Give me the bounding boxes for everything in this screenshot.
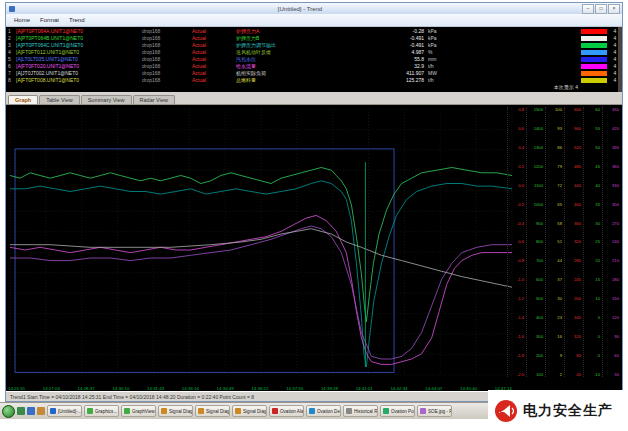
axis-tick-label: 35 <box>584 202 600 207</box>
taskbar-button[interactable]: Graphics... <box>84 405 119 417</box>
tab-radar-view[interactable]: Radar View <box>133 95 175 104</box>
taskbar-button[interactable]: Signal Diagr... <box>232 405 267 417</box>
legend-color-chip <box>581 36 607 41</box>
trend-chart[interactable]: 14:25:3114:27:0414:28:3714:30:1014:31:43… <box>6 105 622 391</box>
taskbar-button[interactable]: Ovation Po... <box>380 405 415 417</box>
taskbar-button-label: Ovation Ala... <box>280 409 304 414</box>
quick-launch-icon[interactable] <box>17 407 25 415</box>
taskbar-button[interactable]: Signal Diagr... <box>195 405 230 417</box>
taskbar-button[interactable]: SOE.jpg - P... <box>417 405 452 417</box>
axis-tick-label: 30 <box>584 221 600 226</box>
time-tick-label: 14:44:07 <box>425 386 442 391</box>
time-tick-label: 14:34:49 <box>217 386 234 391</box>
axis-tick-label: 93 <box>546 126 562 131</box>
axis-tick-label: 210 <box>603 258 619 263</box>
taskbar-button[interactable]: Historical R... <box>343 405 378 417</box>
axis-tick-label: 400 <box>565 202 581 207</box>
axis-tick-label: 0.4 <box>508 145 524 150</box>
table-scrollbar[interactable] <box>618 27 622 92</box>
menu-home[interactable]: Home <box>14 17 30 23</box>
time-tick-label: 14:31:43 <box>147 386 164 391</box>
value-axis: 0.80.60.40.20.0-0.2-0.4-0.6-0.8-1.0-1.2-… <box>507 107 525 377</box>
taskbar-button[interactable]: Ovation Ala... <box>269 405 304 417</box>
signal-unit: % <box>424 49 460 56</box>
time-tick-label: 14:33:16 <box>182 386 199 391</box>
axis-tick-label: 180 <box>603 277 619 282</box>
table-row[interactable]: 4[A]FT0FT012.UNIT1@NET0drop168Actual送风机动… <box>8 49 620 56</box>
time-tick-label: 14:30:10 <box>112 386 129 391</box>
menu-format[interactable]: Format <box>40 17 59 23</box>
signal-drop: drop168 <box>142 63 192 70</box>
time-tick-label: 14:25:31 <box>8 386 25 391</box>
close-button[interactable]: × <box>608 4 620 14</box>
title-bar[interactable]: [Untitled] - Trend – □ × <box>6 3 622 14</box>
value-axis: 10093867972655851443730231692 <box>545 107 563 377</box>
signal-drop: drop168 <box>142 56 192 63</box>
signal-drop: drop168 <box>142 70 192 77</box>
value-axis: 1500140013001200110010009008007006005004… <box>526 107 544 377</box>
table-row[interactable]: 5[A]LT0LT035.UNIT1@NET0drop168Actual汽包水位… <box>8 56 620 63</box>
minimize-button[interactable]: – <box>582 4 594 14</box>
axis-tick-label: 1300 <box>527 145 543 150</box>
axis-tick-label: 16 <box>546 334 562 339</box>
signal-type: Actual <box>192 63 236 70</box>
taskbar-button-label: Graphics... <box>95 409 117 414</box>
axis-tick-label: -1.4 <box>508 315 524 320</box>
table-row[interactable]: 8[A]FT0FT008.UNIT1@NET0drop168Actual总燃料量… <box>8 77 620 84</box>
time-tick-label: 14:27:04 <box>43 386 60 391</box>
megaphone-icon <box>494 399 518 423</box>
signal-value: 32.9 <box>364 63 424 70</box>
table-row[interactable]: 2[A]PT0PT064B.UNIT1@NET0drop168Actual炉膛压… <box>8 35 620 42</box>
axis-tick-label: 200 <box>527 353 543 358</box>
taskbar-app-icon <box>420 408 426 414</box>
signal-type: Actual <box>192 70 236 77</box>
taskbar-button-label: Signal Diagr... <box>243 409 267 414</box>
legend-color-chip <box>581 78 607 83</box>
signal-value: 125.278 <box>364 77 424 84</box>
row-index: 4 <box>8 49 16 56</box>
menu-bar: HomeFormatTrend <box>6 14 622 27</box>
signal-name: [A]FT0FT020.UNIT1@NET0 <box>16 63 142 70</box>
axis-tick-label: 900 <box>527 221 543 226</box>
taskbar-button-label: Ovation De... <box>317 409 341 414</box>
axis-tick-label: -0.8 <box>508 258 524 263</box>
quick-launch-icon[interactable] <box>27 407 35 415</box>
value-axis: 6005605204804404003603202802402001601208… <box>564 107 582 377</box>
legend-color-chip <box>581 64 607 69</box>
axis-tick-label: 280 <box>565 258 581 263</box>
axis-tick-label: 300 <box>527 334 543 339</box>
taskbar-button-label: Signal Diagr... <box>169 409 193 414</box>
row-index: 7 <box>8 70 16 77</box>
maximize-button[interactable]: □ <box>595 4 607 14</box>
taskbar-button[interactable]: Signal Diagr... <box>158 405 193 417</box>
table-row[interactable]: 1[A]PT0PT064A.UNIT1@NET0drop168Actual炉膛压… <box>8 28 620 35</box>
taskbar-button[interactable]: Ovation De... <box>306 405 341 417</box>
axis-tick-label: 1500 <box>527 107 543 112</box>
table-row[interactable]: 7[A]JT0JT002.UNIT1@NET0drop168Actual机组实际… <box>8 70 620 77</box>
taskbar-button[interactable]: GraphView <box>121 405 156 417</box>
signal-name: [A]LT0LT035.UNIT1@NET0 <box>16 56 142 63</box>
axis-tick-label: -0.4 <box>508 221 524 226</box>
signal-type: Actual <box>192 42 236 49</box>
menu-trend[interactable]: Trend <box>69 17 84 23</box>
axis-tick-label: 300 <box>603 202 619 207</box>
quick-launch-icon[interactable] <box>37 407 45 415</box>
taskbar-button-label: Signal Diagr... <box>206 409 230 414</box>
axis-tick-label: 9 <box>546 353 562 358</box>
axis-tick-label: 65 <box>546 202 562 207</box>
signal-type: Actual <box>192 49 236 56</box>
tab-summary-view[interactable]: Summary View <box>81 95 132 104</box>
table-row[interactable]: 3[A]PT0PT064C.UNIT1@NET0drop168Actual炉膛压… <box>8 42 620 49</box>
signal-type: Actual <box>192 28 236 35</box>
axis-tick-label: 1400 <box>527 126 543 131</box>
tab-table-view[interactable]: Table View <box>39 95 80 104</box>
axis-tick-label: -0.6 <box>508 239 524 244</box>
taskbar-button[interactable]: [Untitled]-... <box>47 405 82 417</box>
tab-graph[interactable]: Graph <box>8 95 38 104</box>
time-tick-label: 14:36:22 <box>251 386 268 391</box>
axis-tick-label: 45 <box>584 164 600 169</box>
start-button[interactable] <box>2 405 15 418</box>
axis-tick-label: -1.2 <box>508 296 524 301</box>
table-row[interactable]: 6[A]FT0FT020.UNIT1@NET0drop168Actual给水流量… <box>8 63 620 70</box>
signal-value: -0.28 <box>364 28 424 35</box>
